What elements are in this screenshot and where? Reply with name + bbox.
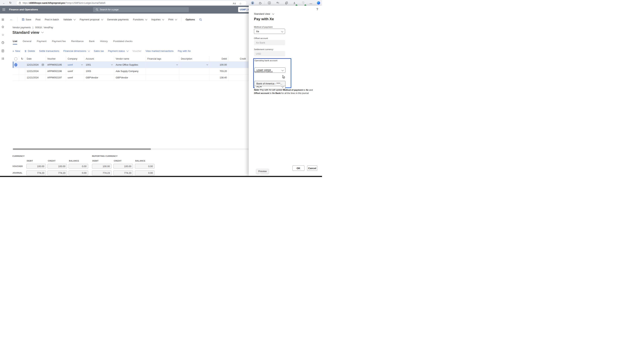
cell-financial-tags[interactable] [146,62,179,68]
collections-icon[interactable] [276,0,280,6]
col-header-date[interactable]: Date [25,56,46,62]
cell-vendor-name[interactable]: Ade Supply Company [114,68,146,74]
col-header-company[interactable]: Company [66,56,84,62]
view-selector-title[interactable]: Standard view [12,30,43,35]
cell-description[interactable] [179,68,210,74]
functions-menu[interactable]: Functions [133,18,147,21]
post-in-batch-button[interactable]: Post in batch [45,18,59,21]
tab-list[interactable]: List [13,40,17,45]
downloads-icon[interactable]: ✓ [292,0,296,6]
browser-refresh-icon[interactable]: ↻ [8,0,13,6]
nav-list-tree-icon[interactable] [1,57,4,60]
options-button[interactable]: Options [186,18,195,21]
col-header-voucher[interactable]: Voucher [46,56,66,62]
tab-payment-fee[interactable]: Payment fee [52,40,66,45]
company-picker-button[interactable]: USMF | C [238,7,249,12]
cell-credit[interactable] [228,62,249,68]
address-bar[interactable]: https://d365finops-sand.hifxpreprod.poc/… [16,1,247,5]
cell-company[interactable]: usmf [66,68,84,74]
method-of-payment-select[interactable]: Xe [254,29,285,34]
col-header-description[interactable]: Description [179,56,210,62]
new-button[interactable]: +New [12,49,20,53]
tracking-prevention-icon[interactable] [250,0,255,6]
tab-postdated-checks[interactable]: Postdated checks [113,40,133,45]
tab-payment[interactable]: Payment [37,40,46,45]
cell-account[interactable]: 1001 [84,62,114,68]
col-header-account[interactable]: Account [84,56,114,62]
nav-journal-icon[interactable] [1,49,4,53]
payment-status-menu[interactable]: Payment status [108,50,128,52]
row-checkbox[interactable] [13,68,19,74]
browser-back-icon[interactable]: ← [2,0,6,6]
bank-account-button[interactable]: Bank of America - ****... [254,81,286,86]
horizontal-scrollbar-track[interactable] [13,148,249,150]
cell-credit[interactable] [228,75,249,81]
cell-description[interactable] [179,62,210,68]
refresh-column-icon[interactable]: ↻ [19,56,25,62]
calendar-icon[interactable] [42,64,44,66]
cell-account[interactable]: GBPVendor [84,75,114,81]
pay-with-xe-button[interactable]: Pay with Xe [178,50,191,52]
col-header-vendor-name[interactable]: Vendor name [114,56,146,62]
cell-financial-tags[interactable] [146,75,179,81]
cell-credit[interactable] [228,68,249,74]
cell-company[interactable]: usmf [66,75,84,81]
chevron-down-icon[interactable] [206,64,208,65]
table-row[interactable]: ✓ 12/21/2024 APPM002195 usmf 1001 Acme O… [13,62,249,68]
nav-home-icon[interactable] [1,25,4,29]
panel-view-selector[interactable]: Standard view [254,13,274,15]
cell-vendor-name[interactable]: GBPVendor [114,75,146,81]
page-back-icon[interactable]: ← [10,18,13,21]
tab-history[interactable]: History [100,40,108,45]
print-menu[interactable]: Print [168,18,177,21]
cell-date[interactable]: 12/21/2024 [25,68,46,74]
global-search-input[interactable]: Search for a page [93,7,189,12]
table-row[interactable]: 12/21/2024 APPM002197 usmf GBPVendor GBP… [13,75,249,81]
split-screen-icon[interactable] [267,0,272,6]
ok-button[interactable]: OK [292,166,304,171]
settle-transactions-button[interactable]: Settle transactions [39,50,59,52]
col-header-credit[interactable]: Credit [228,56,249,62]
browser-menu-ellipsis-icon[interactable]: … [308,0,313,6]
col-header-financial-tags[interactable]: Financial tags [146,56,179,62]
row-checkbox-checked[interactable]: ✓ [13,62,19,68]
chevron-down-icon[interactable] [81,64,83,65]
chevron-down-icon[interactable] [176,64,178,65]
page-search-icon[interactable] [199,18,202,21]
cancel-button[interactable]: Cancel [307,166,317,171]
cell-description[interactable] [179,75,210,81]
help-icon[interactable]: ? [316,8,318,11]
view-marked-transactions-button[interactable]: View marked transactions [146,50,174,52]
col-header-debit[interactable]: Debit [210,56,228,62]
cell-account[interactable]: 1003 [84,68,114,74]
copilot-icon[interactable] [316,0,321,6]
sales-tax-button[interactable]: Sales tax [94,50,104,52]
financial-dimensions-menu[interactable]: Financial dimensions [63,50,90,52]
breadcrumb-page[interactable]: Vendor payments [12,26,31,29]
browser-essentials-icon[interactable]: ♡ ✓ [301,0,306,6]
cell-date[interactable]: 12/21/2024 [25,62,46,68]
cell-voucher[interactable]: APPM002197 [46,75,66,81]
tab-general[interactable]: General [22,40,31,45]
chevron-down-icon[interactable] [111,64,113,65]
extensions-puzzle-icon[interactable] [258,0,262,6]
cell-company[interactable]: usmf [66,62,84,68]
nav-hamburger-icon[interactable] [1,18,4,21]
nav-favorites-star-icon[interactable]: ☆ [1,33,4,36]
inquiries-menu[interactable]: Inquiries [151,18,164,21]
duplicate-tab-icon[interactable] [284,0,289,6]
table-row[interactable]: 12/21/2024 APPM002196 usmf 1003 Ade Supp… [13,68,249,75]
cell-voucher[interactable]: APPM002196 [46,68,66,74]
cell-debit[interactable]: 138.40 [210,75,228,81]
preview-button[interactable]: Preview [256,169,269,174]
cell-debit[interactable]: 100.00 [210,62,228,68]
generate-payments-button[interactable]: Generate payments [107,18,129,21]
app-launcher-waffle-icon[interactable] [3,8,5,11]
cell-financial-tags[interactable] [146,68,179,74]
validate-menu[interactable]: Validate [63,18,75,21]
cell-voucher[interactable]: APPM002195 [46,62,66,68]
horizontal-scrollbar-thumb[interactable] [13,148,151,150]
nav-recent-clock-icon[interactable] [1,41,4,44]
post-button[interactable]: Post [36,18,40,21]
cell-date[interactable]: 12/21/2024 [25,75,46,81]
